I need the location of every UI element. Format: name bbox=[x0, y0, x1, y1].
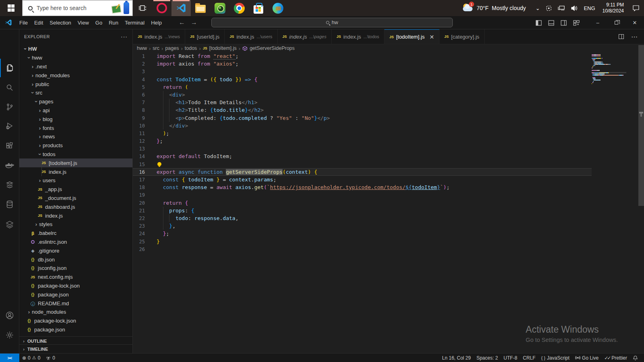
taskbar-app-file-explorer[interactable] bbox=[191, 0, 210, 16]
code-line-13[interactable]: 13 bbox=[133, 145, 592, 152]
tray-overflow-chevron[interactable]: ⌄ bbox=[536, 5, 540, 11]
code-line-25[interactable]: 25} bbox=[133, 238, 592, 245]
taskbar-app-bluestacks[interactable] bbox=[210, 0, 229, 16]
file-dashboard-js[interactable]: JSdashboard.js bbox=[19, 202, 132, 211]
folder-pages[interactable]: ›pages bbox=[19, 97, 132, 106]
menu-selection[interactable]: Selection bbox=[46, 16, 74, 29]
toggle-secondary-sidebar-button[interactable] bbox=[561, 20, 567, 26]
file-readme-md[interactable]: iREADME.md bbox=[19, 299, 132, 308]
scrollbar-thumb[interactable] bbox=[638, 45, 644, 206]
taskbar-app-vscode[interactable] bbox=[171, 0, 191, 16]
breadcrumb-item[interactable]: [todoItem].js bbox=[209, 45, 237, 51]
breadcrumb-item[interactable]: hww bbox=[137, 45, 147, 51]
code-line-17[interactable]: 17 const { todoItem } = context.params; bbox=[133, 176, 592, 183]
menu-terminal[interactable]: Terminal bbox=[122, 16, 148, 29]
customize-layout-button[interactable] bbox=[573, 20, 580, 26]
navigate-back-button[interactable]: ← bbox=[179, 19, 185, 26]
file--gitignore[interactable]: ◆.gitignore bbox=[19, 246, 132, 255]
taskbar-clock[interactable]: 9:11 PM 10/8/2024 bbox=[599, 2, 628, 14]
split-editor-button[interactable] bbox=[619, 34, 624, 39]
file--babelrc[interactable]: β.babelrc bbox=[19, 229, 132, 238]
menu-run[interactable]: Run bbox=[105, 16, 122, 29]
menu-view[interactable]: View bbox=[74, 16, 92, 29]
minimize-button[interactable]: – bbox=[588, 16, 607, 29]
status-language-mode[interactable]: { }JavaScript bbox=[538, 354, 572, 362]
status-indentation[interactable]: Spaces: 2 bbox=[474, 354, 501, 362]
tab--category-js[interactable]: JS[category].js bbox=[440, 29, 485, 44]
code-line-26[interactable]: 26 bbox=[133, 245, 592, 253]
tablet-mode-icon[interactable] bbox=[545, 5, 552, 12]
editor-scrollbar[interactable] bbox=[638, 44, 644, 353]
code-line-9[interactable]: 9 <p>Completed: {todo.completed ? "Yes" … bbox=[133, 114, 592, 122]
taskbar-app-edge[interactable] bbox=[268, 0, 287, 16]
file-package-lock-json[interactable]: {}package-lock.json bbox=[19, 317, 132, 325]
folder-node-modules[interactable]: ›node_modules bbox=[19, 308, 132, 317]
menu-edit[interactable]: Edit bbox=[31, 16, 46, 29]
activitybar-settings[interactable] bbox=[0, 326, 19, 344]
breadcrumb-item[interactable]: src bbox=[153, 45, 159, 51]
file-package-lock-json[interactable]: {}package-lock.json bbox=[19, 282, 132, 290]
code-line-20[interactable]: 20 return { bbox=[133, 199, 592, 207]
folder-users[interactable]: ›users bbox=[19, 176, 132, 185]
code-line-4[interactable]: 4const TodoItem = ({ todo }) => { bbox=[133, 76, 592, 83]
file-index-js[interactable]: JSindex.js bbox=[19, 211, 132, 220]
code-line-22[interactable]: 22 todo: response.data, bbox=[133, 214, 592, 222]
breadcrumb-item[interactable]: pages bbox=[165, 45, 179, 51]
code-line-8[interactable]: 8 <h2>Title: {todo.title}</h2> bbox=[133, 106, 592, 114]
code-line-1[interactable]: 1import React from "react"; bbox=[133, 52, 592, 60]
tab-index-js[interactable]: JSindex.js...\users bbox=[225, 29, 277, 44]
code-line-18[interactable]: 18 const response = await axios.get(`htt… bbox=[133, 183, 592, 191]
code-line-10[interactable]: 10 </div> bbox=[133, 122, 592, 130]
editor-more-actions-button[interactable]: ⋯ bbox=[631, 33, 638, 41]
folder--next[interactable]: ›.next bbox=[19, 62, 132, 71]
tab-index-js[interactable]: JSindex.js...\todos bbox=[332, 29, 384, 44]
code-line-12[interactable]: 12}; bbox=[133, 137, 592, 145]
activitybar-run-debug[interactable] bbox=[0, 117, 19, 135]
task-view-button[interactable] bbox=[133, 0, 152, 16]
tab--todoitem-js[interactable]: JS[todoItem].js✕ bbox=[384, 29, 440, 44]
code-line-23[interactable]: 23 }, bbox=[133, 222, 592, 230]
folder-node-modules[interactable]: ›node_modules bbox=[19, 71, 132, 80]
code-line-5[interactable]: 5 return ( bbox=[133, 83, 592, 91]
breadcrumb-item[interactable]: todos bbox=[185, 45, 197, 51]
activitybar-database[interactable] bbox=[0, 195, 19, 214]
code-line-16[interactable]: 16export async function getServerSidePro… bbox=[133, 168, 592, 176]
problems-indicator[interactable]: ⊗ 0 ⚠ 0 bbox=[19, 354, 43, 362]
folder-src[interactable]: ›src bbox=[19, 88, 132, 97]
code-line-2[interactable]: 2import axios from "axios"; bbox=[133, 60, 592, 68]
toggle-primary-sidebar-button[interactable] bbox=[536, 20, 542, 26]
menu-go[interactable]: Go bbox=[92, 16, 105, 29]
taskbar-weather[interactable]: 1 70°F Mostly cloudy bbox=[458, 3, 530, 13]
activitybar-database-stack[interactable] bbox=[0, 176, 19, 194]
folder-products[interactable]: ›products bbox=[19, 141, 132, 150]
search-highlight-image[interactable] bbox=[111, 1, 132, 16]
command-center-search[interactable]: hw bbox=[211, 18, 453, 27]
file-next-config-mjs[interactable]: JSnext.config.mjs bbox=[19, 273, 132, 282]
status-go-live[interactable]: Go Live bbox=[572, 354, 601, 362]
action-center-button[interactable] bbox=[628, 0, 644, 16]
activitybar-accounts[interactable] bbox=[0, 306, 19, 325]
menu-help[interactable]: Help bbox=[148, 16, 165, 29]
timeline-section[interactable]: › TIMELINE bbox=[19, 344, 132, 353]
folder-hw[interactable]: ›HW bbox=[19, 45, 132, 53]
file--document-js[interactable]: JS_document.js bbox=[19, 194, 132, 203]
status-eol[interactable]: CRLF bbox=[520, 354, 538, 362]
restore-button[interactable] bbox=[607, 16, 625, 29]
taskbar-app-microsoft-store[interactable] bbox=[249, 0, 268, 16]
activitybar-layers[interactable] bbox=[0, 215, 19, 234]
minimap[interactable] bbox=[592, 54, 626, 85]
tab-index-js[interactable]: JSindex.js...\news bbox=[133, 29, 185, 44]
volume-icon[interactable] bbox=[571, 5, 578, 11]
code-line-24[interactable]: 24 }; bbox=[133, 230, 592, 237]
code-line-6[interactable]: 6 <div> bbox=[133, 91, 592, 99]
file--app-js[interactable]: JS_app.js bbox=[19, 185, 132, 194]
code-line-11[interactable]: 11 ); bbox=[133, 130, 592, 137]
tab-index-js[interactable]: JSindex.js...\pages bbox=[278, 29, 332, 44]
ports-indicator[interactable]: 0 bbox=[43, 354, 58, 362]
file-db-json[interactable]: {}db.json bbox=[19, 255, 132, 264]
activitybar-docker[interactable] bbox=[0, 156, 19, 175]
close-button[interactable]: ✕ bbox=[625, 16, 644, 29]
activitybar-source-control[interactable] bbox=[0, 98, 19, 116]
folder-news[interactable]: ›news bbox=[19, 132, 132, 141]
code-line-3[interactable]: 3 bbox=[133, 68, 592, 75]
